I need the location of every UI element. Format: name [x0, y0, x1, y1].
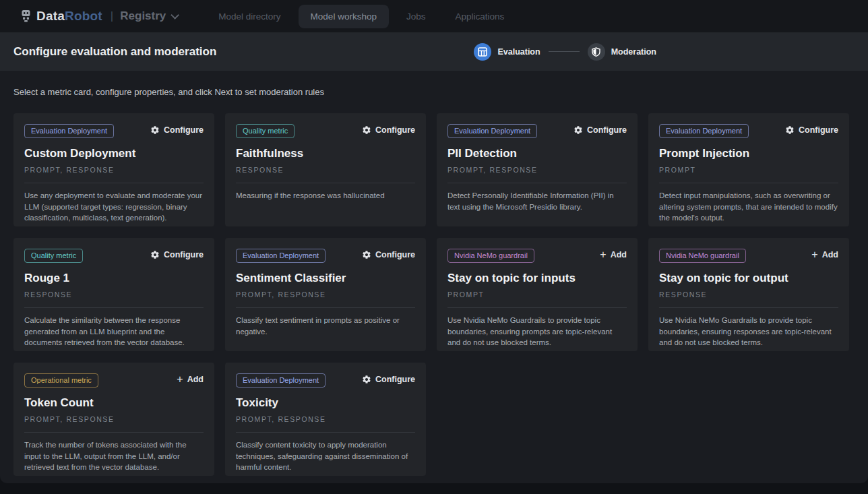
card-target-types: PROMPT, RESPONSE: [447, 166, 627, 174]
gear-icon: [362, 250, 371, 259]
nav-tab-applications[interactable]: Applications: [443, 5, 516, 28]
page-title: Configure evaluation and moderation: [13, 45, 216, 59]
add-button[interactable]: +Add: [600, 249, 627, 259]
card-title: Prompt Injection: [659, 147, 838, 160]
add-button[interactable]: +Add: [811, 249, 838, 259]
configure-button[interactable]: Configure: [150, 249, 204, 259]
card-title: Custom Deployment: [24, 147, 204, 160]
card-description: Measuring if the response was hallucinat…: [236, 190, 415, 202]
card-top-row: Evaluation DeploymentConfigure: [447, 124, 627, 138]
metric-card-rouge-1[interactable]: Quality metricConfigureRouge 1RESPONSECa…: [13, 238, 214, 351]
brand-separator: |: [111, 9, 113, 23]
action-label: Configure: [375, 125, 415, 135]
gear-icon: [150, 250, 160, 259]
top-navigation-bar: DataRobot | Registry Model directoryMode…: [0, 0, 868, 32]
card-top-row: Nvidia NeMo guardrail+Add: [447, 249, 627, 263]
card-description: Use any deployment to evaluate and moder…: [24, 190, 204, 224]
gear-icon: [574, 125, 583, 135]
nav-tab-model-directory[interactable]: Model directory: [206, 5, 292, 28]
metric-card-stay-on-topic-for-output[interactable]: Nvidia NeMo guardrail+AddStay on topic f…: [648, 238, 849, 351]
card-top-row: Operational metric+Add: [24, 373, 204, 388]
metric-card-prompt-injection[interactable]: Evaluation DeploymentConfigurePrompt Inj…: [648, 113, 849, 226]
metric-card-stay-on-topic-for-inputs[interactable]: Nvidia NeMo guardrail+AddStay on topic f…: [437, 238, 638, 351]
action-label: Add: [822, 250, 838, 259]
card-description: Classify text sentiment in prompts as po…: [236, 315, 415, 337]
main-content: Select a metric card, configure properti…: [0, 71, 868, 483]
metric-type-badge: Quality metric: [236, 124, 294, 138]
nav-tab-jobs[interactable]: Jobs: [394, 5, 438, 28]
metric-type-badge: Evaluation Deployment: [236, 373, 326, 388]
plus-icon: +: [600, 251, 606, 258]
card-description: Use Nvidia NeMo Guardrails to provide to…: [659, 315, 838, 348]
card-target-types: PROMPT, RESPONSE: [236, 290, 415, 299]
gear-icon: [362, 375, 371, 384]
card-divider: [447, 307, 627, 308]
card-title: Stay on topic for inputs: [447, 272, 627, 285]
configure-button[interactable]: Configure: [362, 249, 415, 259]
metric-type-badge: Evaluation Deployment: [447, 124, 537, 138]
card-description: Detect input manipulations, such as over…: [659, 190, 838, 224]
brand-wordmark: DataRobot: [36, 9, 102, 24]
instruction-text: Select a metric card, configure properti…: [0, 71, 868, 104]
action-label: Configure: [164, 125, 204, 135]
step-evaluation[interactable]: Evaluation: [474, 43, 540, 61]
card-top-row: Quality metricConfigure: [236, 124, 415, 138]
chevron-down-icon: [171, 11, 180, 20]
configure-button[interactable]: Configure: [150, 124, 204, 135]
metric-card-custom-deployment[interactable]: Evaluation DeploymentConfigureCustom Dep…: [13, 113, 214, 226]
action-label: Add: [611, 250, 627, 259]
card-top-row: Evaluation DeploymentConfigure: [659, 124, 838, 138]
card-divider: [659, 183, 838, 183]
metric-card-toxicity[interactable]: Evaluation DeploymentConfigureToxicityPR…: [225, 363, 426, 476]
card-divider: [236, 432, 415, 433]
datarobot-brand[interactable]: DataRobot: [20, 9, 102, 24]
action-label: Configure: [375, 250, 415, 259]
configure-button[interactable]: Configure: [362, 124, 415, 135]
product-switcher[interactable]: Registry: [120, 9, 177, 23]
plus-icon: +: [177, 376, 183, 383]
datarobot-logo-icon: [20, 9, 32, 23]
card-description: Calculate the similarity between the res…: [24, 315, 204, 348]
metric-card-sentiment-classifier[interactable]: Evaluation DeploymentConfigureSentiment …: [225, 238, 426, 351]
card-target-types: PROMPT: [659, 166, 838, 174]
card-divider: [447, 183, 627, 183]
metric-type-badge: Operational metric: [24, 373, 98, 388]
card-divider: [24, 432, 204, 433]
footer-strip: [0, 483, 868, 494]
configure-button[interactable]: Configure: [574, 124, 627, 135]
card-description: Use Nvidia NeMo Guardrails to provide to…: [447, 315, 627, 348]
card-title: Faithfulness: [236, 147, 415, 160]
card-divider: [659, 307, 838, 308]
card-description: Track the number of tokens associated wi…: [24, 439, 204, 473]
step-moderation[interactable]: Moderation: [588, 43, 656, 61]
nav-tabs: Model directoryModel workshopJobsApplica…: [206, 5, 516, 28]
metric-card-faithfulness[interactable]: Quality metricConfigureFaithfulnessRESPO…: [225, 113, 426, 226]
metric-card-grid: Evaluation DeploymentConfigureCustom Dep…: [0, 104, 868, 476]
metric-type-badge: Evaluation Deployment: [24, 124, 114, 138]
action-label: Configure: [375, 375, 415, 384]
card-target-types: RESPONSE: [659, 290, 838, 299]
card-title: Toxicity: [236, 396, 415, 410]
card-top-row: Evaluation DeploymentConfigure: [236, 249, 415, 263]
card-divider: [236, 307, 415, 308]
action-label: Add: [187, 375, 204, 384]
card-title: Sentiment Classifier: [236, 272, 415, 285]
gear-icon: [362, 125, 371, 135]
add-button[interactable]: +Add: [177, 373, 204, 384]
configure-button[interactable]: Configure: [362, 373, 415, 384]
card-divider: [24, 307, 204, 308]
configure-button[interactable]: Configure: [785, 124, 838, 135]
page-header: Configure evaluation and moderation Eval…: [0, 32, 868, 71]
nav-tab-model-workshop[interactable]: Model workshop: [299, 5, 389, 28]
wizard-stepper: EvaluationModeration: [474, 43, 656, 61]
card-top-row: Quality metricConfigure: [24, 249, 204, 263]
card-target-types: PROMPT, RESPONSE: [236, 415, 415, 423]
gear-icon: [785, 125, 795, 135]
card-title: Token Count: [24, 396, 204, 410]
card-title: Stay on topic for output: [659, 272, 838, 285]
metric-card-pii-detection[interactable]: Evaluation DeploymentConfigurePII Detect…: [437, 113, 638, 226]
metric-type-badge: Nvidia NeMo guardrail: [447, 249, 534, 263]
card-target-types: PROMPT, RESPONSE: [24, 166, 204, 174]
product-name: Registry: [120, 9, 166, 23]
metric-card-token-count[interactable]: Operational metric+AddToken CountPROMPT,…: [13, 363, 214, 476]
